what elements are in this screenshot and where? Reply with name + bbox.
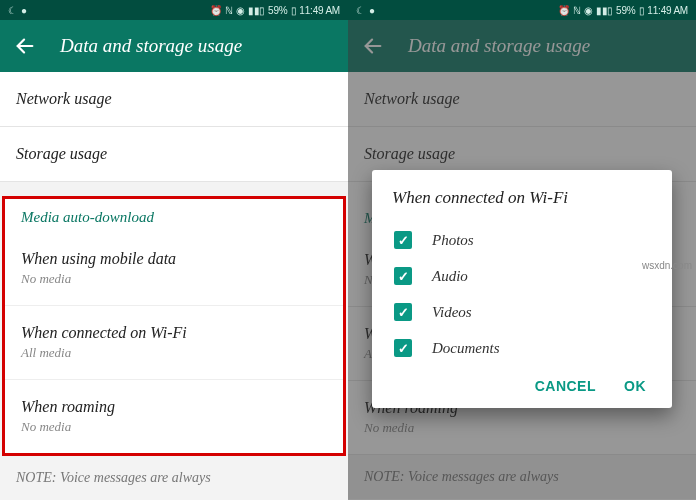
wifi-download-dialog: When connected on Wi-Fi ✓ Photos ✓ Audio… [372,170,672,408]
option-photos[interactable]: ✓ Photos [392,222,652,258]
option-videos[interactable]: ✓ Videos [392,294,652,330]
wifi-icon: ◉ [236,5,245,16]
storage-usage-item[interactable]: Storage usage [0,127,348,182]
signal-icon: ▮▮▯ [596,5,613,16]
alarm-icon: ⏰ [558,5,570,16]
battery-label: 59% [268,5,287,16]
list-item-sub: No media [21,271,327,287]
status-bar: ☾ ● ⏰ ℕ ◉ ▮▮▯ 59% ▯ 11:49 AM [0,0,348,20]
list-item-label: Storage usage [16,145,332,163]
battery-label: 59% [616,5,635,16]
list-item-label: When connected on Wi-Fi [21,324,327,342]
roaming-item[interactable]: When roaming No media [5,380,343,453]
wifi-icon: ◉ [584,5,593,16]
media-auto-download-section: Media auto-download When using mobile da… [2,196,346,456]
back-arrow-icon[interactable] [14,35,36,57]
option-documents[interactable]: ✓ Documents [392,330,652,366]
watermark: wsxdn.com [642,260,692,271]
app-bar: Data and storage usage [0,20,348,72]
alarm-icon: ⏰ [210,5,222,16]
ok-button[interactable]: OK [624,378,646,394]
option-label: Audio [432,268,468,285]
whatsapp-icon: ● [369,5,375,16]
option-label: Documents [432,340,500,357]
list-item-sub: All media [21,345,327,361]
page-title: Data and storage usage [60,35,242,57]
checkbox-checked-icon[interactable]: ✓ [394,339,412,357]
checkbox-checked-icon[interactable]: ✓ [394,267,412,285]
cancel-button[interactable]: CANCEL [535,378,596,394]
list-item-label: Network usage [16,90,332,108]
nfc-icon: ℕ [573,5,581,16]
phone-left: ☾ ● ⏰ ℕ ◉ ▮▮▯ 59% ▯ 11:49 AM Data and st… [0,0,348,500]
clock-label: 11:49 AM [299,5,340,16]
moon-icon: ☾ [356,5,365,16]
list-item-sub: No media [21,419,327,435]
checkbox-checked-icon[interactable]: ✓ [394,303,412,321]
option-audio[interactable]: ✓ Audio [392,258,652,294]
clock-label: 11:49 AM [647,5,688,16]
network-usage-item[interactable]: Network usage [0,72,348,127]
list-item-label: When roaming [21,398,327,416]
mobile-data-item[interactable]: When using mobile data No media [5,232,343,306]
footer-note: NOTE: Voice messages are always [0,456,348,500]
battery-icon: ▯ [291,5,297,16]
signal-icon: ▮▮▯ [248,5,265,16]
battery-icon: ▯ [639,5,645,16]
moon-icon: ☾ [8,5,17,16]
status-bar: ☾ ● ⏰ ℕ ◉ ▮▮▯ 59% ▯ 11:49 AM [348,0,696,20]
option-label: Videos [432,304,472,321]
checkbox-checked-icon[interactable]: ✓ [394,231,412,249]
whatsapp-icon: ● [21,5,27,16]
nfc-icon: ℕ [225,5,233,16]
option-label: Photos [432,232,474,249]
wifi-item[interactable]: When connected on Wi-Fi All media [5,306,343,380]
section-header: Media auto-download [5,199,343,232]
list-item-label: When using mobile data [21,250,327,268]
dialog-title: When connected on Wi-Fi [392,188,652,208]
phone-right: ☾ ● ⏰ ℕ ◉ ▮▮▯ 59% ▯ 11:49 AM Data and st… [348,0,696,500]
section-divider [0,182,348,196]
dialog-actions: CANCEL OK [392,366,652,398]
